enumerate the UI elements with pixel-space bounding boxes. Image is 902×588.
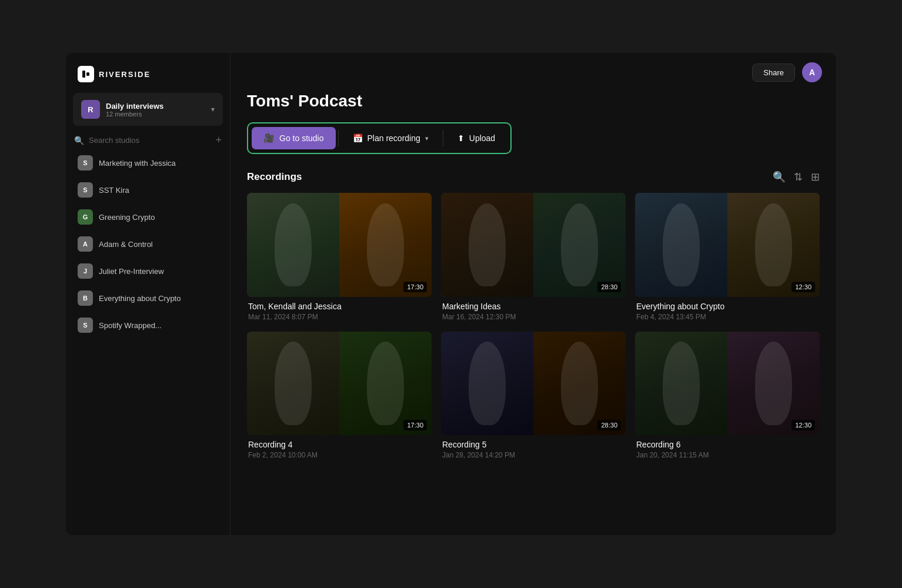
recording-card[interactable]: 12:30 Recording 6 Jan 20, 2024 11:15 AM — [635, 332, 820, 461]
calendar-icon: 📅 — [353, 133, 363, 143]
recording-info: Recording 4 Feb 2, 2024 10:00 AM — [247, 435, 432, 460]
person-left — [441, 193, 533, 297]
divider2 — [443, 130, 443, 146]
recording-info: Everything about Crypto Feb 4, 2024 13:4… — [635, 297, 820, 322]
page-title: Toms' Podcast — [247, 92, 820, 111]
camera-icon: 🎥 — [263, 133, 275, 143]
divider — [338, 130, 339, 146]
duration-badge: 28:30 — [597, 282, 621, 292]
plan-recording-chevron-icon: ▾ — [425, 135, 429, 142]
recording-card[interactable]: 17:30 Recording 4 Feb 2, 2024 10:00 AM — [247, 332, 432, 461]
recording-thumbnail: 28:30 — [441, 193, 626, 297]
workspace-info: Daily interviews 12 members — [106, 102, 205, 118]
recording-thumbnail: 28:30 — [441, 332, 626, 436]
goto-studio-label: Go to studio — [279, 133, 324, 143]
recording-thumbnail: 17:30 — [247, 332, 432, 436]
recording-card[interactable]: 28:30 Marketing Ideas Mar 16, 2024 12:30… — [441, 193, 626, 322]
thumb-left — [247, 193, 339, 297]
thumb-left — [635, 332, 727, 436]
studio-avatar: S — [78, 155, 93, 171]
person-left — [247, 193, 339, 297]
duration-badge: 17:30 — [403, 420, 427, 430]
person-left — [635, 193, 727, 297]
recordings-actions: 🔍 ⇅ ⊞ — [773, 171, 820, 183]
goto-studio-button[interactable]: 🎥 Go to studio — [252, 127, 336, 149]
sidebar-item-studio[interactable]: A Adam & Control — [71, 231, 225, 257]
recording-info: Recording 5 Jan 28, 2024 14:20 PM — [441, 435, 626, 460]
recording-date: Jan 28, 2024 14:20 PM — [442, 451, 624, 459]
person-left — [635, 332, 727, 436]
sidebar-item-studio[interactable]: J Juliet Pre-Interview — [71, 258, 225, 284]
sidebar-item-studio[interactable]: S SST Kira — [71, 177, 225, 203]
studio-name: Spotify Wrapped... — [99, 321, 162, 330]
upload-label: Upload — [469, 133, 495, 143]
recording-info: Recording 6 Jan 20, 2024 11:15 AM — [635, 435, 820, 460]
thumb-left — [635, 193, 727, 297]
recordings-grid: 17:30 Tom, Kendall and Jessica Mar 11, 2… — [247, 193, 820, 460]
recording-date: Jan 20, 2024 11:15 AM — [636, 451, 819, 459]
action-toolbar: 🎥 Go to studio 📅 Plan recording ▾ ⬆ Uplo… — [247, 122, 512, 154]
logo-text: RIVERSIDE — [99, 70, 151, 79]
duration-badge: 17:30 — [403, 282, 427, 292]
recording-info: Tom, Kendall and Jessica Mar 11, 2024 8:… — [247, 297, 432, 322]
studio-avatar: G — [78, 209, 93, 225]
search-studios-row[interactable]: 🔍 Search studios + — [66, 131, 230, 150]
recording-name: Recording 6 — [636, 440, 819, 449]
studio-name: Marketing with Jessica — [99, 159, 176, 168]
upload-icon: ⬆ — [457, 133, 465, 143]
recording-name: Recording 4 — [248, 440, 430, 449]
workspace-header[interactable]: R Daily interviews 12 members ▾ — [73, 93, 223, 126]
sidebar-item-studio[interactable]: S Spotify Wrapped... — [71, 312, 225, 338]
add-studio-icon[interactable]: + — [215, 134, 222, 146]
search-icon: 🔍 — [74, 136, 84, 145]
sidebar: RIVERSIDE R Daily interviews 12 members … — [66, 53, 230, 535]
recording-card[interactable]: 12:30 Everything about Crypto Feb 4, 202… — [635, 193, 820, 322]
studio-avatar: A — [78, 236, 93, 252]
recording-name: Recording 5 — [442, 440, 624, 449]
chevron-down-icon: ▾ — [211, 105, 215, 113]
recording-card[interactable]: 17:30 Tom, Kendall and Jessica Mar 11, 2… — [247, 193, 432, 322]
sort-icon[interactable]: ⇅ — [794, 171, 803, 183]
studio-name: Juliet Pre-Interview — [99, 267, 164, 276]
logo-icon — [78, 66, 94, 82]
duration-badge: 28:30 — [597, 420, 621, 430]
workspace-avatar: R — [81, 100, 100, 119]
plan-recording-label: Plan recording — [368, 133, 420, 143]
studio-name: Everything about Crypto — [99, 294, 181, 303]
grid-view-icon[interactable]: ⊞ — [811, 171, 820, 183]
studio-avatar: B — [78, 290, 93, 306]
studio-name: SST Kira — [99, 186, 129, 195]
studio-avatar: S — [78, 182, 93, 198]
upload-button[interactable]: ⬆ Upload — [446, 128, 507, 149]
recording-thumbnail: 17:30 — [247, 193, 432, 297]
duration-badge: 12:30 — [791, 420, 815, 430]
share-button[interactable]: Share — [752, 64, 795, 82]
recording-card[interactable]: 28:30 Recording 5 Jan 28, 2024 14:20 PM — [441, 332, 626, 461]
user-avatar[interactable]: A — [802, 62, 822, 82]
person-left — [441, 332, 533, 436]
recording-date: Mar 11, 2024 8:07 PM — [248, 313, 430, 321]
recordings-section-title: Recordings — [247, 171, 302, 183]
sidebar-item-studio[interactable]: B Everything about Crypto — [71, 285, 225, 311]
thumb-left — [441, 332, 533, 436]
content-area: Toms' Podcast 🎥 Go to studio 📅 Plan reco… — [230, 92, 836, 535]
logo-area: RIVERSIDE — [66, 53, 230, 93]
svg-rect-0 — [82, 71, 85, 78]
main-content: Share A Toms' Podcast 🎥 Go to studio 📅 P… — [230, 53, 836, 535]
workspace-members: 12 members — [106, 111, 205, 118]
search-recordings-icon[interactable]: 🔍 — [773, 171, 786, 183]
plan-recording-button[interactable]: 📅 Plan recording ▾ — [341, 128, 440, 149]
svg-rect-1 — [86, 72, 89, 76]
duration-badge: 12:30 — [791, 282, 815, 292]
recordings-header: Recordings 🔍 ⇅ ⊞ — [247, 171, 820, 183]
top-bar: Share A — [230, 53, 836, 92]
sidebar-item-studio[interactable]: G Greening Crypto — [71, 204, 225, 230]
recording-name: Tom, Kendall and Jessica — [248, 302, 430, 311]
recording-thumbnail: 12:30 — [635, 193, 820, 297]
recording-date: Feb 4, 2024 13:45 PM — [636, 313, 819, 321]
thumb-left — [441, 193, 533, 297]
recording-name: Everything about Crypto — [636, 302, 819, 311]
search-studios-label: Search studios — [89, 136, 211, 145]
sidebar-item-studio[interactable]: S Marketing with Jessica — [71, 150, 225, 176]
recording-date: Feb 2, 2024 10:00 AM — [248, 451, 430, 459]
